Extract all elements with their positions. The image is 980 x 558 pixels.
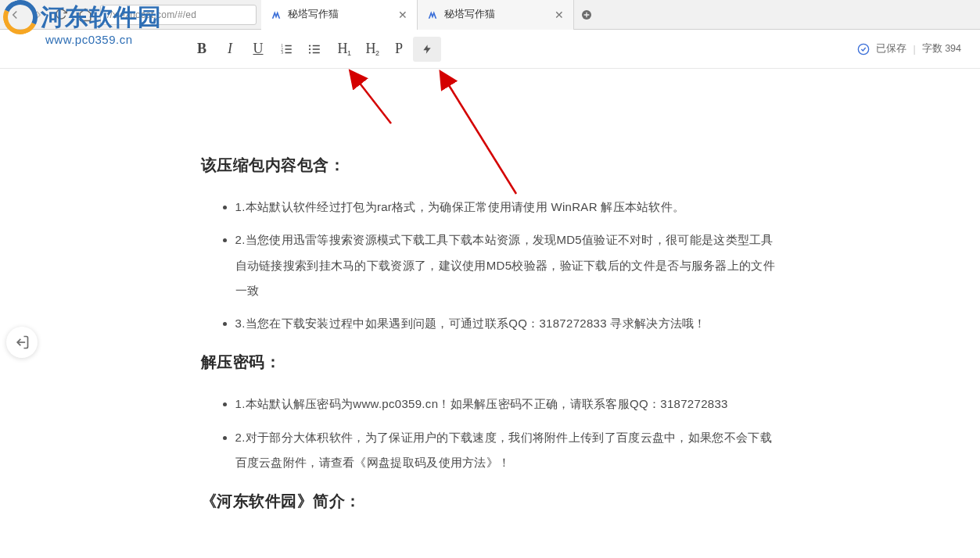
saved-check-icon — [857, 43, 870, 55]
underline-button[interactable]: U — [244, 37, 272, 62]
document-area[interactable]: 该压缩包内容包含： 1.本站默认软件经过打包为rar格式，为确保正常使用请使用 … — [0, 69, 980, 558]
svg-text:3: 3 — [281, 50, 283, 55]
back-icon[interactable] — [8, 8, 22, 22]
word-count: 字数 394 — [922, 42, 961, 55]
tab-1[interactable]: 秘塔写作猫 ✕ — [261, 0, 418, 30]
list-item[interactable]: 1.本站默认软件经过打包为rar格式，为确保正常使用请使用 WinRAR 解压本… — [235, 195, 780, 220]
heading-contents[interactable]: 该压缩包内容包含： — [201, 155, 780, 176]
tab-title: 秘塔写作猫 — [444, 8, 550, 21]
favicon-icon — [271, 9, 282, 20]
favicon-icon — [427, 9, 438, 20]
list-item[interactable]: 2.当您使用迅雷等搜索资源模式下载工具下载本站资源，发现MD5值验证不对时，很可… — [235, 227, 780, 303]
editor-toolbar: B I U 123 H1 H2 P 已保存 | 字数 394 — [0, 30, 980, 69]
unordered-list-button[interactable] — [300, 37, 328, 62]
svg-point-13 — [859, 44, 869, 54]
bold-button[interactable]: B — [188, 37, 216, 62]
list-item[interactable]: 2.对于部分大体积软件，为了保证用户的下载速度，我们将附件上传到了百度云盘中，如… — [235, 425, 780, 476]
tab-title: 秘塔写作猫 — [288, 8, 393, 21]
paragraph-button[interactable]: P — [385, 37, 413, 62]
ordered-list-icon: 123 — [279, 42, 293, 56]
close-icon[interactable]: ✕ — [555, 9, 564, 21]
heading-password[interactable]: 解压密码： — [201, 352, 780, 373]
svg-point-10 — [309, 45, 311, 46]
exit-button[interactable] — [6, 327, 38, 358]
svg-point-11 — [309, 48, 311, 49]
tab-2[interactable]: 秘塔写作猫 ✕ — [418, 0, 574, 30]
document-page: 该压缩包内容包含： 1.本站默认软件经过打包为rar格式，为确保正常使用请使用 … — [170, 69, 811, 558]
toolbar-status: 已保存 | 字数 394 — [857, 42, 961, 55]
list-item[interactable]: 1.本站默认解压密码为www.pc0359.cn！如果解压密码不正确，请联系客服… — [235, 392, 780, 417]
browser-chrome: //xiezuocat.com/#/ed 秘塔写作猫 ✕ 秘塔写作猫 ✕ — [0, 0, 980, 30]
list-item[interactable]: 3.当您在下载安装过程中如果遇到问题，可通过联系QQ：3187272833 寻求… — [235, 311, 780, 336]
tab-strip: 秘塔写作猫 ✕ 秘塔写作猫 ✕ — [261, 0, 599, 30]
ordered-list-button[interactable]: 123 — [272, 37, 300, 62]
editor-wrap: B I U 123 H1 H2 P 已保存 | 字数 394 — [0, 30, 980, 558]
heading1-button[interactable]: H1 — [328, 37, 357, 62]
new-tab-button[interactable] — [574, 0, 599, 30]
unordered-list-icon — [307, 42, 321, 56]
heading2-button[interactable]: H2 — [357, 37, 385, 62]
saved-label: 已保存 — [876, 42, 906, 55]
ai-flash-button[interactable] — [413, 37, 441, 62]
url-text: //xiezuocat.com/#/ed — [107, 9, 196, 20]
reload-icon[interactable] — [55, 8, 69, 22]
close-icon[interactable]: ✕ — [398, 9, 407, 21]
svg-point-12 — [309, 52, 311, 53]
lightning-icon — [422, 42, 433, 56]
heading-about[interactable]: 《河东软件园》简介： — [201, 491, 780, 512]
italic-button[interactable]: I — [216, 37, 244, 62]
exit-icon — [14, 334, 30, 350]
forward-icon[interactable] — [31, 8, 45, 22]
address-bar[interactable]: //xiezuocat.com/#/ed — [100, 5, 257, 25]
home-icon[interactable] — [78, 8, 92, 22]
